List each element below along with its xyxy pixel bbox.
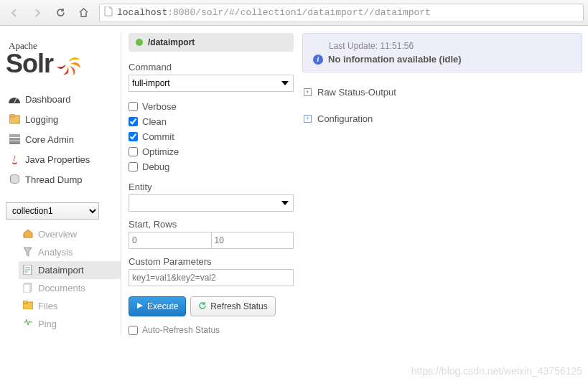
svg-marker-11 [137, 303, 143, 309]
back-button[interactable] [4, 4, 24, 22]
plus-icon: + [304, 88, 312, 96]
debug-label: Debug [142, 161, 169, 172]
main-content: /dataimport Command full-import Verbose … [121, 33, 582, 335]
sun-icon [55, 50, 82, 77]
subnav-files[interactable]: Files [19, 297, 121, 315]
svg-rect-8 [24, 284, 30, 293]
startrows-label: Start, Rows [129, 219, 294, 230]
handler-header: /dataimport [129, 33, 294, 52]
entity-select[interactable] [129, 194, 294, 212]
house-icon [23, 229, 34, 240]
subnav-ping[interactable]: Ping [19, 315, 121, 333]
custom-params-input[interactable] [129, 269, 294, 286]
main-nav: Dashboard Logging Core Admin Java Proper… [6, 89, 121, 189]
commit-label: Commit [142, 131, 174, 142]
commit-checkbox[interactable] [129, 132, 138, 141]
clean-label: Clean [142, 116, 167, 127]
documents-icon [23, 283, 34, 293]
status-panel: Last Update: 11:51:56 i No information a… [302, 33, 582, 335]
handler-name: /dataimport [148, 37, 195, 47]
last-update: Last Update: 11:51:56 [329, 41, 571, 51]
execute-button[interactable]: Execute [129, 296, 186, 316]
custom-params-label: Custom Parameters [129, 256, 294, 267]
auto-refresh-label: Auto-Refresh Status [142, 325, 220, 335]
info-icon: i [313, 55, 323, 65]
url-text: localhost:8080/solr/#/collection1/dataim… [117, 7, 431, 18]
optimize-label: Optimize [142, 146, 179, 157]
dashboard-icon [9, 93, 20, 105]
nav-dashboard[interactable]: Dashboard [6, 89, 121, 109]
subnav-analysis[interactable]: Analysis [19, 243, 121, 261]
nav-logging[interactable]: Logging [6, 109, 121, 129]
entity-label: Entity [129, 182, 294, 192]
nav-core-admin[interactable]: Core Admin [6, 129, 121, 149]
start-input[interactable] [129, 232, 211, 249]
svg-rect-2 [9, 134, 20, 137]
page-icon [104, 6, 113, 19]
nav-java-properties[interactable]: Java Properties [6, 149, 121, 169]
home-button[interactable] [73, 4, 93, 22]
subnav-overview[interactable]: Overview [19, 225, 121, 243]
svg-rect-4 [9, 141, 20, 144]
forward-button[interactable] [27, 4, 47, 22]
core-subnav: Overview Analysis Dataimport Documents F… [19, 225, 121, 333]
subnav-documents[interactable]: Documents [19, 279, 121, 297]
verbose-checkbox[interactable] [129, 102, 138, 111]
status-box: Last Update: 11:51:56 i No information a… [302, 33, 582, 72]
auto-refresh-checkbox[interactable] [129, 326, 138, 335]
debug-checkbox[interactable] [129, 162, 138, 171]
clean-checkbox[interactable] [129, 117, 138, 126]
nav-thread-dump[interactable]: Thread Dump [6, 169, 121, 189]
funnel-icon [23, 247, 34, 258]
ping-icon [23, 319, 34, 329]
sidebar: Apache Solr Dashboard Logging Core Admin [6, 33, 121, 335]
status-dot-icon [136, 39, 143, 46]
java-icon [9, 154, 20, 165]
core-selector[interactable]: collection1 [6, 202, 121, 220]
svg-rect-3 [9, 138, 20, 141]
rows-input[interactable] [211, 232, 294, 249]
svg-rect-1 [10, 114, 14, 117]
command-label: Command [129, 62, 294, 72]
document-import-icon [23, 265, 34, 276]
core-select-dropdown[interactable]: collection1 [6, 202, 99, 220]
refresh-icon [198, 301, 207, 312]
logo-solr: Solr [6, 49, 53, 79]
svg-rect-10 [23, 301, 27, 304]
optimize-checkbox[interactable] [129, 147, 138, 156]
status-message: No information available (idle) [328, 54, 462, 65]
plus-icon: + [304, 115, 312, 123]
core-admin-icon [9, 133, 20, 145]
folder-icon [23, 301, 34, 311]
dataimport-form: /dataimport Command full-import Verbose … [129, 33, 294, 335]
browser-toolbar: localhost:8080/solr/#/collection1/dataim… [0, 0, 588, 26]
refresh-status-button[interactable]: Refresh Status [190, 296, 275, 316]
reload-button[interactable] [50, 4, 70, 22]
watermark: https://blog.csdn.net/weixin_43756125 [411, 365, 582, 377]
configuration-expander[interactable]: + Configuration [302, 109, 582, 128]
play-icon [136, 301, 144, 311]
logo: Apache Solr [6, 33, 121, 89]
logging-icon [9, 113, 20, 125]
verbose-label: Verbose [142, 101, 177, 112]
raw-status-expander[interactable]: + Raw Status-Output [302, 83, 582, 102]
command-select[interactable]: full-import [129, 75, 294, 92]
subnav-dataimport[interactable]: Dataimport [19, 261, 121, 279]
thread-icon [9, 174, 20, 185]
address-bar[interactable]: localhost:8080/solr/#/collection1/dataim… [99, 4, 584, 22]
